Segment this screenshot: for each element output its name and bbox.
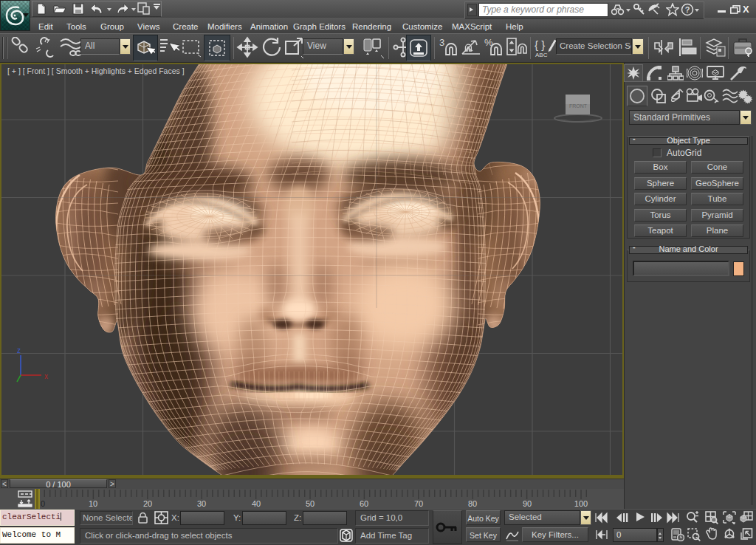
svg-text:20: 20 — [143, 499, 152, 508]
svg-text:3: 3 — [439, 37, 444, 48]
svg-text:[ + ] [ Front ] [ Smooth + Hig: [ + ] [ Front ] [ Smooth + Highlights + … — [7, 66, 185, 75]
svg-text:50: 50 — [306, 499, 315, 508]
svg-text:?: ? — [685, 5, 690, 14]
svg-text:10: 10 — [89, 499, 97, 508]
svg-text:FRONT: FRONT — [569, 103, 588, 109]
svg-text:30: 30 — [197, 499, 206, 508]
svg-text:60: 60 — [360, 499, 368, 508]
svg-text:x: x — [44, 372, 48, 380]
svg-text:90: 90 — [523, 499, 532, 508]
svg-text:{ }: { } — [535, 38, 545, 51]
svg-text:z: z — [17, 346, 21, 354]
svg-text:0: 0 — [41, 499, 45, 508]
svg-text:40: 40 — [252, 499, 261, 508]
svg-text:80: 80 — [468, 499, 477, 508]
svg-text:100: 100 — [574, 499, 588, 508]
svg-text:ABC: ABC — [535, 52, 548, 58]
svg-text:70: 70 — [414, 499, 423, 508]
